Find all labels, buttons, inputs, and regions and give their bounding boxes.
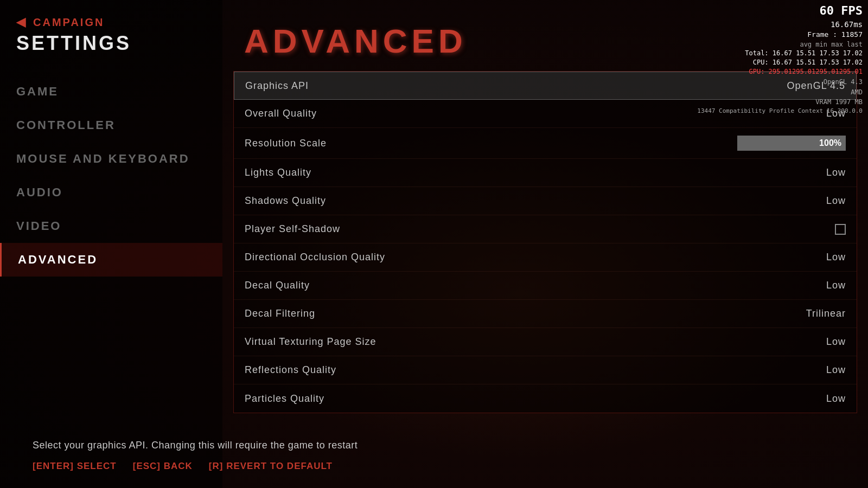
controls: [ENTER] SELECT [ESC] BACK [R] REVERT TO … bbox=[33, 461, 852, 472]
setting-value-shadows-quality: Low bbox=[826, 195, 846, 207]
setting-row-player-self-shadow[interactable]: Player Self-Shadow bbox=[234, 215, 857, 243]
setting-name-shadows-quality: Shadows Quality bbox=[245, 195, 326, 207]
setting-value-decal-filtering: Trilinear bbox=[806, 308, 846, 319]
setting-value-decal-quality: Low bbox=[826, 280, 846, 291]
setting-row-lights-quality[interactable]: Lights Quality Low bbox=[234, 159, 857, 187]
sidebar-item-game[interactable]: GAME bbox=[0, 75, 222, 108]
hint-text: Select your graphics API. Changing this … bbox=[33, 440, 852, 451]
setting-row-directional-occlusion[interactable]: Directional Occlusion Quality Low bbox=[234, 243, 857, 272]
setting-name-reflections-quality: Reflections Quality bbox=[245, 364, 336, 376]
setting-value-lights-quality: Low bbox=[826, 167, 846, 178]
resolution-bar[interactable]: 100% bbox=[737, 136, 846, 151]
campaign-back[interactable]: ◀ CAMPAIGN bbox=[0, 0, 222, 34]
setting-row-decal-quality[interactable]: Decal Quality Low bbox=[234, 272, 857, 300]
setting-value-virtual-texturing: Low bbox=[826, 336, 846, 348]
setting-name-decal-quality: Decal Quality bbox=[245, 280, 310, 291]
resolution-value: 100% bbox=[819, 138, 841, 148]
sidebar-item-video[interactable]: VIDEO bbox=[0, 209, 222, 243]
esc-back-button[interactable]: [ESC] BACK bbox=[133, 461, 193, 472]
settings-list: Graphics API OpenGL 4.5 Overall Quality … bbox=[233, 71, 857, 413]
bottom-bar: Select your graphics API. Changing this … bbox=[0, 429, 868, 488]
fps-vram: VRAM 1997 MB bbox=[697, 98, 863, 107]
fps-frame: Frame : 11857 bbox=[697, 30, 863, 40]
fps-header: avg min max last bbox=[697, 40, 863, 49]
setting-name-particles-quality: Particles Quality bbox=[245, 393, 324, 404]
fps-compat: 13447 Compatibility Profile Context 16.3… bbox=[697, 107, 863, 115]
fps-total: Total: 16.67 15.51 17.53 17.02 bbox=[697, 49, 863, 58]
setting-value-reflections-quality: Low bbox=[826, 364, 846, 376]
setting-row-virtual-texturing[interactable]: Virtual Texturing Page Size Low bbox=[234, 328, 857, 356]
back-arrow-icon: ◀ bbox=[16, 15, 25, 29]
enter-select-button[interactable]: [ENTER] SELECT bbox=[33, 461, 117, 472]
fps-ms: 16.67ms bbox=[697, 20, 863, 30]
sidebar-item-controller[interactable]: CONTROLLER bbox=[0, 108, 222, 142]
setting-value-directional-occlusion: Low bbox=[826, 252, 846, 263]
revert-default-button[interactable]: [R] REVERT TO DEFAULT bbox=[209, 461, 333, 472]
setting-name-directional-occlusion: Directional Occlusion Quality bbox=[245, 252, 385, 263]
fps-amd: AMD bbox=[697, 88, 863, 97]
setting-name-lights-quality: Lights Quality bbox=[245, 167, 311, 178]
setting-row-reflections-quality[interactable]: Reflections Quality Low bbox=[234, 356, 857, 384]
checkbox-player-self-shadow[interactable] bbox=[835, 224, 846, 235]
fps-counter: 60 FPS bbox=[697, 3, 863, 20]
resolution-bar-wrap: 100% bbox=[737, 136, 846, 151]
setting-row-particles-quality[interactable]: Particles Quality Low bbox=[234, 384, 857, 413]
settings-label: SETTINGS bbox=[0, 34, 222, 69]
setting-name-graphics-api: Graphics API bbox=[245, 80, 309, 92]
fps-overlay: 60 FPS 16.67ms Frame : 11857 avg min max… bbox=[697, 3, 863, 115]
sidebar-item-mouse-keyboard[interactable]: MOUSE AND KEYBOARD bbox=[0, 142, 222, 176]
setting-name-resolution-scale: Resolution Scale bbox=[245, 138, 327, 149]
setting-name-player-self-shadow: Player Self-Shadow bbox=[245, 223, 340, 235]
fps-gpu: GPU: 295.01295.01295.01295.01 bbox=[697, 67, 863, 76]
sidebar-item-advanced[interactable]: ADVANCED bbox=[0, 243, 222, 277]
fps-opengl: OpenGL 4.3 bbox=[697, 78, 863, 87]
setting-row-shadows-quality[interactable]: Shadows Quality Low bbox=[234, 187, 857, 215]
setting-name-overall-quality: Overall Quality bbox=[245, 108, 317, 119]
setting-name-decal-filtering: Decal Filtering bbox=[245, 308, 315, 319]
campaign-label: CAMPAIGN bbox=[33, 17, 104, 28]
nav-menu: GAME CONTROLLER MOUSE AND KEYBOARD AUDIO… bbox=[0, 75, 222, 277]
setting-value-particles-quality: Low bbox=[826, 393, 846, 404]
setting-row-decal-filtering[interactable]: Decal Filtering Trilinear bbox=[234, 300, 857, 328]
fps-cpu: CPU: 16.67 15.51 17.53 17.02 bbox=[697, 58, 863, 67]
sidebar-item-audio[interactable]: AUDIO bbox=[0, 176, 222, 209]
setting-name-virtual-texturing: Virtual Texturing Page Size bbox=[245, 336, 376, 348]
setting-row-resolution-scale[interactable]: Resolution Scale 100% bbox=[234, 128, 857, 159]
left-panel: ◀ CAMPAIGN SETTINGS GAME CONTROLLER MOUS… bbox=[0, 0, 222, 488]
